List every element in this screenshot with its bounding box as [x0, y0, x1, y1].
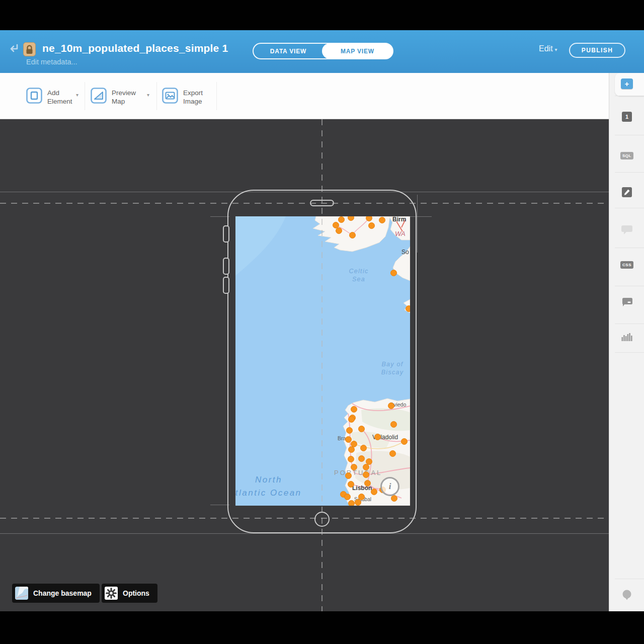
map-point [390, 270, 397, 276]
map-points [235, 216, 410, 506]
publish-button[interactable]: PUBLISH [569, 43, 625, 58]
map-point [338, 216, 345, 223]
sidebar-separator [615, 208, 644, 208]
guide-line [210, 505, 229, 505]
guide-line [210, 216, 229, 217]
map-point [389, 450, 396, 457]
map-point [351, 406, 357, 413]
dataset-title[interactable]: ne_10m_populated_places_simple 1 [42, 42, 228, 54]
map-point [346, 427, 353, 434]
map-point [348, 456, 354, 462]
toolbar-separator [85, 82, 85, 110]
tab-data-view[interactable]: DATA VIEW [254, 44, 323, 58]
export-image-button[interactable]: Export Image [183, 89, 203, 106]
feedback-pin-icon[interactable] [622, 590, 632, 601]
attribution-info-button[interactable]: i [380, 477, 399, 496]
map-point [345, 436, 352, 443]
sidebar-separator [615, 96, 644, 96]
app-root: { "header": { "title": "ne_10m_populated… [0, 0, 644, 644]
tab-map-view[interactable]: MAP VIEW [322, 43, 393, 59]
edit-dropdown[interactable]: Edit▾ [539, 44, 557, 53]
basemap-thumbnail-icon [15, 587, 28, 600]
map-point [348, 500, 355, 506]
css-tab[interactable]: CSS [620, 261, 633, 269]
map-point [348, 416, 355, 423]
back-arrow-icon[interactable] [8, 43, 20, 54]
top-letterbox [0, 0, 644, 30]
sidebar-separator [615, 248, 644, 248]
phone-volume-up [223, 258, 229, 275]
sidebar-separator [615, 286, 644, 286]
map-point [348, 481, 354, 488]
map-point [368, 222, 375, 229]
options-label: Options [123, 589, 149, 597]
guide-line [321, 119, 323, 611]
sidebar-separator [615, 324, 644, 324]
edit-dropdown-label: Edit [539, 44, 553, 53]
sidebar-separator [615, 172, 644, 173]
layout-canvas: Birm WA So Celtic Sea Bay of Biscay Ovie… [0, 119, 609, 611]
layer-number-badge[interactable]: 1 [622, 112, 632, 122]
map-point [390, 421, 397, 428]
map-point [363, 464, 369, 470]
guide-line [417, 195, 418, 253]
map-point [366, 216, 372, 221]
map-point [349, 232, 356, 238]
preview-map-icon[interactable] [91, 88, 107, 104]
options-button[interactable]: Options [102, 584, 157, 603]
wizard-pencil-icon[interactable] [622, 187, 632, 197]
export-image-icon[interactable] [162, 88, 178, 104]
gear-icon [105, 587, 118, 600]
guide-line [409, 216, 432, 217]
preview-map-caret[interactable]: ▾ [147, 92, 149, 98]
histogram-filters-icon[interactable] [621, 332, 633, 341]
map-point [351, 464, 357, 470]
map-point [406, 305, 411, 312]
map-toolbar: Add Element ▾ Preview Map ▾ Export Image [0, 73, 609, 119]
layer-sidebar: + 1 SQL CSS [609, 73, 644, 611]
guide-line [0, 518, 609, 519]
toolbar-separator [216, 82, 217, 110]
legend-card-icon[interactable] [621, 298, 632, 307]
sidebar-separator [615, 579, 644, 579]
map-point [358, 455, 365, 462]
toolbar-separator [156, 82, 157, 110]
guide-line [0, 203, 609, 204]
map-point [371, 489, 377, 495]
phone-mute-switch [223, 225, 229, 243]
map-point [360, 445, 367, 451]
add-element-button[interactable]: Add Element [47, 89, 72, 106]
change-basemap-button[interactable]: Change basemap [12, 584, 100, 603]
map-screen[interactable]: Birm WA So Celtic Sea Bay of Biscay Ovie… [235, 216, 410, 506]
map-point [336, 227, 342, 234]
map-point [355, 499, 361, 506]
privacy-lock-icon [23, 42, 36, 56]
edit-metadata-link[interactable]: Edit metadata... [26, 58, 77, 66]
infowindow-bubble-icon[interactable] [621, 225, 632, 234]
map-point [348, 446, 355, 453]
map-point [363, 471, 369, 478]
add-element-icon[interactable] [26, 88, 42, 104]
preview-map-button[interactable]: Preview Map [112, 89, 136, 106]
phone-volume-down [223, 277, 229, 294]
guide-line [0, 192, 609, 192]
map-point [379, 217, 385, 223]
map-point [345, 472, 352, 479]
view-toggle: DATA VIEW MAP VIEW [253, 43, 393, 59]
add-element-caret[interactable]: ▾ [76, 92, 78, 98]
header-bar: ne_10m_populated_places_simple 1 Edit me… [0, 30, 644, 74]
sidebar-separator [615, 352, 644, 353]
chevron-down-icon: ▾ [555, 47, 557, 52]
sidebar-separator [615, 135, 644, 135]
guide-line [0, 533, 609, 534]
add-layer-button[interactable]: + [621, 78, 633, 89]
map-point [401, 438, 408, 445]
map-point [388, 403, 394, 409]
bottom-letterbox [0, 611, 644, 644]
map-point [364, 480, 371, 487]
sql-tab[interactable]: SQL [620, 152, 633, 159]
map-point [348, 216, 354, 221]
change-basemap-label: Change basemap [33, 589, 92, 597]
map-point [374, 434, 381, 440]
map-point [358, 426, 365, 432]
